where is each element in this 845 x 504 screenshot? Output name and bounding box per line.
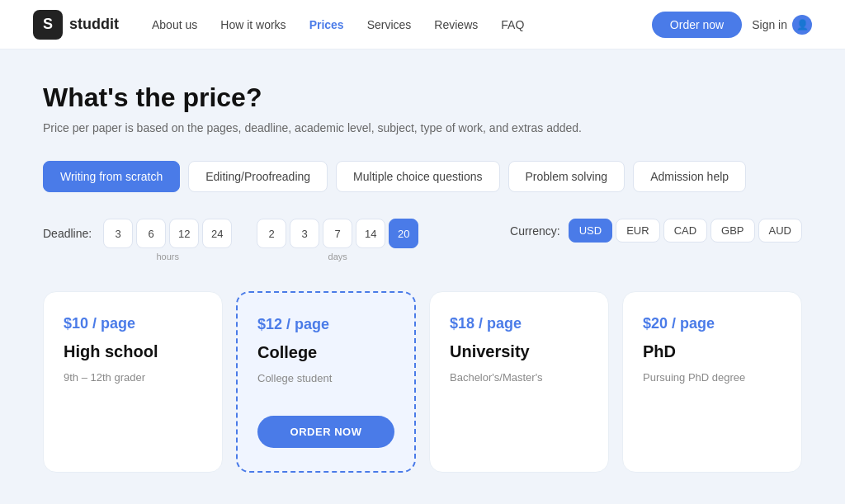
card-university: $18 / page University Bachelor's/Master'… [429, 291, 609, 473]
tab-admission[interactable]: Admission help [633, 161, 746, 192]
deadline-section: Deadline: 3 6 12 24 hours 2 3 7 14 20 [43, 219, 418, 261]
deadline-hours-btns: 3 6 12 24 [103, 219, 232, 248]
currency-eur[interactable]: EUR [616, 219, 659, 243]
card-desc-4: Pursuing PhD degree [643, 371, 781, 384]
options-row: Deadline: 3 6 12 24 hours 2 3 7 14 20 [43, 219, 802, 261]
card-level-1: High school [64, 342, 202, 361]
currency-label: Currency: [510, 224, 560, 238]
card-level-3: University [450, 342, 588, 361]
order-now-college-button[interactable]: ORDER NOW [257, 416, 394, 448]
deadline-label: Deadline: [43, 219, 92, 248]
deadline-6h[interactable]: 6 [136, 219, 166, 248]
days-unit: days [328, 252, 347, 261]
tab-multiple-choice[interactable]: Multiple choice questions [336, 161, 499, 192]
nav-prices[interactable]: Prices [309, 18, 344, 31]
deadline-12h[interactable]: 12 [169, 219, 199, 248]
card-level-4: PhD [643, 342, 781, 361]
nav-services[interactable]: Services [367, 18, 412, 31]
nav-about[interactable]: About us [152, 18, 197, 31]
service-tabs: Writing from scratch Editing/Proofreadin… [43, 161, 802, 192]
main-content: What's the price? Price per paper is bas… [26, 49, 819, 504]
signin-button[interactable]: Sign in 👤 [752, 15, 812, 35]
card-desc-2: College student [257, 372, 394, 384]
logo[interactable]: S studdit [33, 10, 119, 40]
currency-aud[interactable]: AUD [758, 219, 802, 243]
nav-faq[interactable]: FAQ [501, 18, 524, 31]
logo-text: studdit [69, 16, 119, 33]
card-price-2: $12 / page [257, 316, 394, 333]
user-avatar-icon: 👤 [792, 15, 812, 35]
card-high-school: $10 / page High school 9th – 12th grader [43, 291, 223, 473]
card-desc-1: 9th – 12th grader [64, 371, 202, 384]
card-price-4: $20 / page [643, 315, 781, 332]
deadline-days-group: 2 3 7 14 20 days [257, 219, 418, 261]
card-level-2: College [257, 343, 394, 362]
card-phd: $20 / page PhD Pursuing PhD degree [622, 291, 802, 473]
pricing-cards: $10 / page High school 9th – 12th grader… [43, 291, 802, 473]
page-subtitle: Price per paper is based on the pages, d… [43, 121, 802, 134]
tab-editing[interactable]: Editing/Proofreading [188, 161, 328, 192]
hours-unit: hours [156, 252, 179, 261]
card-btn-2: ORDER NOW [257, 416, 394, 448]
nav-how[interactable]: How it works [220, 18, 286, 31]
logo-icon: S [33, 10, 63, 40]
currency-usd[interactable]: USD [569, 219, 612, 243]
deadline-7d[interactable]: 7 [323, 219, 352, 248]
currency-buttons: USD EUR CAD GBP AUD [569, 219, 802, 243]
header: S studdit About us How it works Prices S… [0, 0, 845, 49]
header-actions: Order now Sign in 👤 [652, 12, 812, 38]
deadline-3d[interactable]: 3 [290, 219, 319, 248]
deadline-24h[interactable]: 24 [202, 219, 232, 248]
deadline-14d[interactable]: 14 [356, 219, 385, 248]
tab-writing[interactable]: Writing from scratch [43, 161, 180, 192]
currency-section: Currency: USD EUR CAD GBP AUD [510, 219, 802, 243]
tab-problem-solving[interactable]: Problem solving [508, 161, 625, 192]
order-now-button[interactable]: Order now [652, 12, 742, 38]
currency-gbp[interactable]: GBP [710, 219, 754, 243]
main-nav: About us How it works Prices Services Re… [152, 18, 652, 31]
nav-reviews[interactable]: Reviews [434, 18, 478, 31]
page-title: What's the price? [43, 82, 802, 113]
card-price-1: $10 / page [64, 315, 202, 332]
card-desc-3: Bachelor's/Master's [450, 371, 588, 384]
deadline-3h[interactable]: 3 [103, 219, 133, 248]
deadline-days-btns: 2 3 7 14 20 [257, 219, 418, 248]
card-college: $12 / page College College student ORDER… [236, 291, 416, 473]
currency-cad[interactable]: CAD [663, 219, 707, 243]
deadline-2d[interactable]: 2 [257, 219, 286, 248]
card-price-3: $18 / page [450, 315, 588, 332]
deadline-20d[interactable]: 20 [389, 219, 418, 248]
deadline-hours-group: 3 6 12 24 hours [103, 219, 232, 261]
